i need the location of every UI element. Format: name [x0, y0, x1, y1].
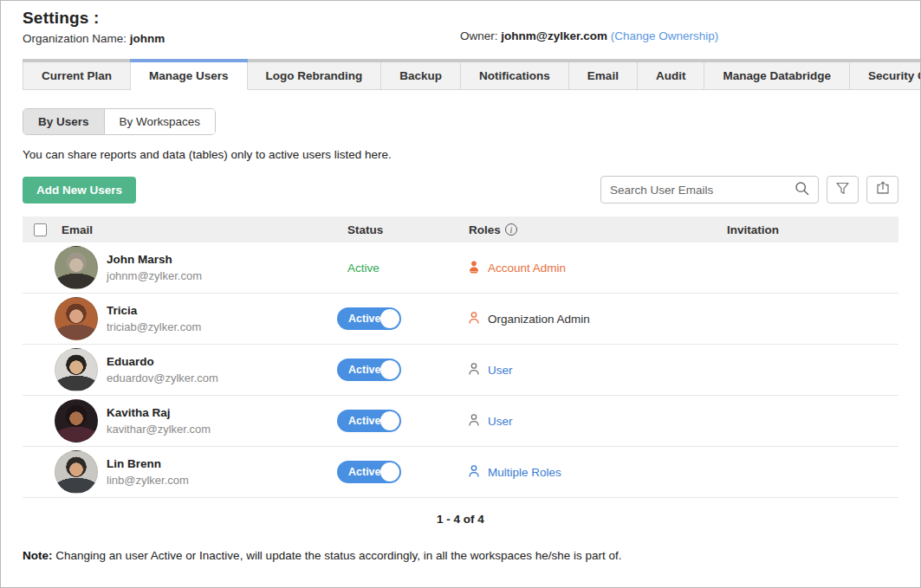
- filter-funnel-icon: [835, 181, 850, 199]
- avatar: [55, 348, 98, 391]
- status-column-header: Status: [347, 223, 383, 236]
- status-toggle[interactable]: Active: [337, 307, 401, 330]
- tab-backup[interactable]: Backup: [381, 62, 461, 90]
- footer-note: Note: Changing an user Active or Inactiv…: [23, 549, 898, 562]
- user-email: linb@zylker.com: [107, 472, 189, 488]
- user-email: eduardov@zylker.com: [107, 370, 218, 386]
- tab-logo-rebranding[interactable]: Logo Rebranding: [248, 62, 382, 90]
- roles-info-icon[interactable]: [505, 223, 517, 236]
- users-table: Email Status Roles Invitation John Marsh…: [23, 216, 898, 498]
- status-toggle[interactable]: Active: [337, 461, 401, 483]
- footer-note-text: Changing an user Active or Inactive, wil…: [53, 549, 622, 562]
- owner-label: Owner:: [460, 29, 501, 42]
- export-icon: [875, 180, 891, 199]
- toggle-knob: [380, 411, 399, 430]
- status-toggle-label: Active: [348, 461, 381, 483]
- user-table-toolbar: Add New Users: [23, 176, 898, 204]
- user-name: Eduardo: [107, 353, 218, 370]
- status-toggle[interactable]: Active: [337, 410, 401, 432]
- owner-line: Owner: johnm@zylker.com (Change Ownershi…: [460, 29, 718, 42]
- organization-name-label: Organization Name:: [23, 32, 130, 45]
- tab-manage-users[interactable]: Manage Users: [131, 62, 248, 90]
- filter-button[interactable]: [827, 176, 859, 204]
- user-name: Tricia: [107, 302, 201, 319]
- user-name: Kavitha Raj: [107, 404, 211, 421]
- settings-tab-bar: Current Plan Manage Users Logo Rebrandin…: [23, 59, 921, 90]
- role-label[interactable]: Account Admin: [488, 262, 566, 275]
- view-mode-switch: By Users By Workspaces: [23, 108, 216, 135]
- tab-audit[interactable]: Audit: [638, 62, 705, 90]
- user-row: Lin Brenn linb@zylker.com Active Multipl…: [23, 447, 898, 498]
- user-row: Kavitha Raj kavithar@zylker.com Active U…: [23, 396, 898, 447]
- roles-column-header: Roles: [469, 223, 501, 236]
- email-column-header: Email: [62, 223, 93, 236]
- role-label[interactable]: Multiple Roles: [488, 466, 561, 479]
- pagination-summary: 1 - 4 of 4: [23, 513, 898, 526]
- tab-security-controls[interactable]: Security Controls: [850, 62, 921, 90]
- avatar: [55, 297, 98, 340]
- search-icon[interactable]: [795, 181, 809, 199]
- account-admin-person-icon: [467, 260, 481, 276]
- user-name: John Marsh: [107, 251, 202, 268]
- user-name: Lin Brenn: [107, 456, 189, 472]
- tab-current-plan[interactable]: Current Plan: [23, 62, 131, 90]
- organization-name-value: johnm: [130, 32, 165, 45]
- toggle-knob: [380, 360, 399, 379]
- search-box: [600, 176, 819, 204]
- toggle-knob: [380, 309, 399, 328]
- share-info-text: You can share reports and data (tables) …: [23, 148, 898, 161]
- role-label: Organization Admin: [488, 313, 590, 326]
- invitation-column-header: Invitation: [727, 223, 779, 236]
- status-toggle[interactable]: Active: [337, 359, 401, 381]
- by-users-segment[interactable]: By Users: [23, 109, 105, 134]
- user-email: triciab@zylker.com: [107, 319, 201, 335]
- tab-manage-databridge[interactable]: Manage Databridge: [704, 62, 850, 90]
- page-header: Settings : Organization Name: johnm Owne…: [1, 1, 920, 45]
- select-all-checkbox[interactable]: [34, 223, 47, 236]
- tab-email[interactable]: Email: [569, 62, 638, 90]
- user-email: johnm@zylker.com: [107, 268, 202, 284]
- avatar: [55, 246, 98, 289]
- export-button[interactable]: [866, 176, 898, 204]
- search-input[interactable]: [610, 184, 795, 197]
- status-toggle-label: Active: [348, 307, 381, 330]
- role-label[interactable]: User: [488, 415, 513, 428]
- status-toggle-label: Active: [348, 359, 381, 381]
- user-row: Tricia triciab@zylker.com Active Organiz…: [23, 294, 898, 345]
- add-new-users-button[interactable]: Add New Users: [23, 177, 136, 204]
- org-admin-person-icon: [467, 311, 481, 327]
- multiple-roles-person-icon: [467, 464, 481, 481]
- owner-email: johnm@zylker.com: [501, 29, 607, 42]
- toggle-knob: [380, 462, 399, 481]
- footer-note-label: Note:: [23, 549, 53, 562]
- user-row: Eduardo eduardov@zylker.com Active User: [23, 345, 898, 396]
- change-ownership-link[interactable]: (Change Ownership): [611, 29, 719, 42]
- users-table-header: Email Status Roles Invitation: [23, 216, 898, 242]
- avatar: [55, 399, 98, 443]
- status-text: Active: [347, 262, 379, 275]
- status-toggle-label: Active: [348, 410, 381, 432]
- user-person-icon: [467, 362, 481, 378]
- user-person-icon: [467, 413, 481, 430]
- role-label[interactable]: User: [488, 364, 513, 377]
- by-workspaces-segment[interactable]: By Workspaces: [105, 109, 216, 134]
- page-title: Settings :: [23, 9, 898, 28]
- avatar: [55, 450, 98, 494]
- user-email: kavithar@zylker.com: [107, 421, 211, 437]
- user-row: John Marsh johnm@zylker.com Active Accou…: [23, 242, 898, 294]
- tab-notifications[interactable]: Notifications: [461, 62, 569, 90]
